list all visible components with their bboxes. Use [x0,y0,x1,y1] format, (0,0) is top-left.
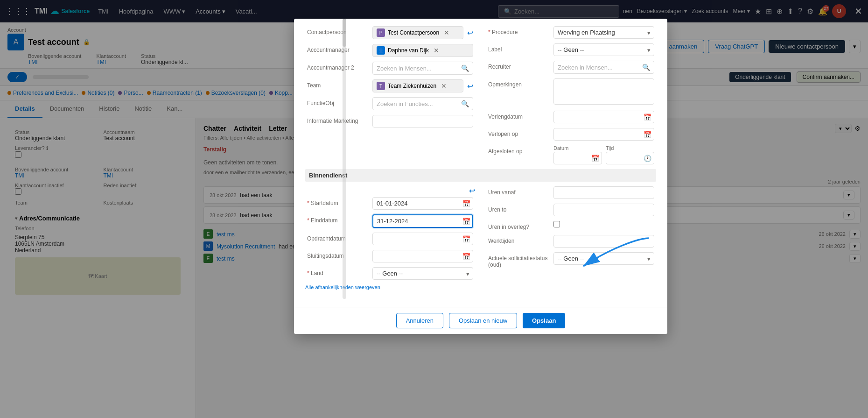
field-control-verlopen: 📅 [553,128,654,141]
functieobj-input[interactable] [377,100,458,107]
chip-icon: 👤 [377,46,385,55]
procedure-select[interactable]: Werving en Plaatsing [553,26,654,39]
form-row-verlopen: Verlopen op 📅 [486,128,656,141]
form-row-recruiter: Recruiter 🔍 [486,61,656,74]
reset-icon[interactable]: ↩ [467,28,473,37]
field-control-contactpersoon: P Test Contactpersoon ✕ ↩ [372,26,473,39]
verlopen-input[interactable] [553,128,654,141]
search-icon: 🔍 [642,64,650,71]
binnendienst-left: ↩ Startdatum 📅 [305,186,475,290]
field-control-uren-overleg [553,221,654,229]
clock-icon[interactable]: 🕐 [644,155,651,162]
modal-footer: Annuleren Opslaan en nieuw Opslaan [294,307,667,334]
field-control-accountmanager: 👤 Daphne van Dijk ✕ [372,44,473,57]
modal-overlay: Contactpersoon P Test Contactpersoon ✕ ↩ [0,0,868,418]
field-label-functieobj: FunctieObj [307,97,372,106]
field-control-opdrachtdatum: 📅 [372,233,473,245]
procedure-select-wrapper: Werving en Plaatsing [553,26,654,39]
accountmanager2-input[interactable] [377,65,458,72]
informatie-input[interactable] [372,115,473,128]
opslaan-button[interactable]: Opslaan [523,313,565,328]
contactpersoon-field: P Test Contactpersoon ✕ ↩ [372,26,473,39]
field-label-accountmanager: Accountmanager [307,44,372,53]
search-icon: 🔍 [461,100,469,107]
accountmanager2-search[interactable]: 🔍 [372,62,473,75]
startdatum-input[interactable] [372,197,473,210]
field-control-recruiter: 🔍 [553,61,654,74]
field-label-team: Team [307,79,372,89]
calendar-icon[interactable]: 📅 [644,113,651,121]
field-label-werktijden: Werktijden [488,235,553,244]
accountmanager-chip: 👤 Daphne van Dijk ✕ [372,44,473,57]
modal-scrollbar-thumb[interactable] [343,19,346,47]
field-label-informatie: Informatie Marketing [307,115,372,124]
field-label-contactpersoon: Contactpersoon [307,26,372,35]
form-row-opdrachtdatum: Opdrachtdatum 📅 [305,233,475,245]
field-label-startdatum: Startdatum [307,197,372,206]
field-label-label: Label [488,43,553,53]
sollicitatiestatus-select[interactable]: -- Geen -- [553,252,654,265]
chip-close-icon[interactable]: ✕ [434,47,439,54]
form-row-land: Land -- Geen -- [305,267,475,280]
recruiter-search[interactable]: 🔍 [553,61,654,74]
land-select-wrapper: -- Geen -- [372,267,473,280]
opslaan-nieuw-button[interactable]: Opslaan en nieuw [449,313,517,328]
chip-label: Test Contactpersoon [388,29,439,36]
uren-vanaf-input[interactable] [553,186,654,199]
field-control-functieobj: 🔍 [372,97,473,110]
binnendienst-right: Uren vanaf Uren to [486,186,656,290]
opmerkingen-textarea[interactable] [553,78,654,105]
form-row-accountmanager: Accountmanager 👤 Daphne van Dijk ✕ [305,44,475,57]
field-label-opmerkingen: Opmerkingen [488,78,553,88]
uren-overleg-checkbox[interactable] [553,221,560,227]
annuleren-button[interactable]: Annuleren [396,313,443,328]
reset-icon[interactable]: ↩ [467,82,473,91]
field-control-sluitingsdatum: 📅 [372,250,473,262]
form-row-uren-to: Uren to [486,204,656,216]
form-row-contactpersoon: Contactpersoon P Test Contactpersoon ✕ ↩ [305,26,475,39]
tijd-field: 🕐 [606,152,654,164]
field-control-label: -- Geen -- [553,43,654,56]
chip-close-icon[interactable]: ✕ [444,29,449,36]
uren-to-input[interactable] [553,204,654,216]
form-row-startdatum: Startdatum 📅 [305,197,475,210]
sluitingsdatum-field: 📅 [372,250,473,262]
field-control-sollicitatiestatus: -- Geen -- [553,252,654,265]
label-select-wrapper: -- Geen -- [553,43,654,56]
field-label-procedure: Procedure [488,26,553,35]
field-control-opmerkingen [553,78,654,106]
verlengdatum-input[interactable] [553,111,654,123]
opdrachtdatum-input[interactable] [372,233,473,245]
calendar-icon[interactable]: 📅 [462,235,470,243]
form-row-uren-vanaf: Uren vanaf [486,186,656,199]
alle-afhankelijkheden-link[interactable]: Alle afhankelijkheden weergeven [305,284,475,290]
modal-right-column: Procedure Werving en Plaatsing Label [486,26,656,169]
calendar-icon[interactable]: 📅 [462,200,470,207]
afgesloten-time-wrapper: Tijd 🕐 [606,145,654,164]
calendar-icon[interactable]: 📅 [462,218,470,225]
binnendienst-grid: ↩ Startdatum 📅 [305,186,656,290]
functieobj-search[interactable]: 🔍 [372,97,473,110]
chip-close-icon[interactable]: ✕ [441,82,447,90]
binnendienst-title: Binnendienst [305,169,656,182]
field-label-uren-overleg: Uren in overleg? [488,221,553,230]
calendar-icon[interactable]: 📅 [591,155,599,162]
recruiter-input[interactable] [558,64,639,71]
einddatum-input[interactable] [372,214,473,228]
field-label-sluitingsdatum: Sluitingsdatum [307,250,372,259]
sluitingsdatum-input[interactable] [372,250,473,262]
form-row-einddatum: Einddatum 📅 [305,214,475,228]
form-row-werktijden: Werktijden [486,235,656,248]
afgesloten-fields: Datum 📅 Tijd [553,145,654,164]
field-label-land: Land [307,267,372,276]
label-select[interactable]: -- Geen -- [553,43,654,56]
reset-binnendienst-icon[interactable]: ↩ [469,186,475,195]
field-control-uren-vanaf [553,186,654,199]
calendar-icon[interactable]: 📅 [644,131,651,138]
calendar-icon[interactable]: 📅 [462,253,470,260]
binnendienst-reset-row: ↩ [305,186,475,195]
form-row-opmerkingen: Opmerkingen [486,78,656,106]
field-control-land: -- Geen -- [372,267,473,280]
land-select[interactable]: -- Geen -- [372,267,473,280]
werktijden-input[interactable] [553,235,654,248]
